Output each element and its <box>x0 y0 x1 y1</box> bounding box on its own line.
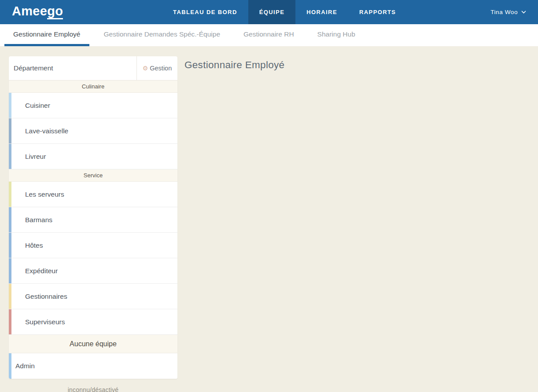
department-row-admin[interactable]: Admin <box>9 353 177 379</box>
department-color-strip <box>9 182 11 207</box>
department-row-label: Hôtes <box>25 242 43 249</box>
department-color-strip <box>9 284 11 309</box>
department-color-strip <box>9 118 11 143</box>
department-row-cuisiner[interactable]: Cuisiner <box>9 93 177 118</box>
tab-gestionnaire-rh[interactable]: Gestionnaire RH <box>235 24 303 46</box>
department-color-strip <box>9 353 11 379</box>
nav-item-equipe[interactable]: ÉQUIPE <box>248 0 296 24</box>
page-title: Gestionnaire Employé <box>184 59 284 71</box>
gear-icon: ⚙ <box>143 65 148 72</box>
department-row-lave-vaisselle[interactable]: Lave-vaisselle <box>9 118 177 144</box>
tab-bar: Gestionnaire EmployéGestionnaire Demande… <box>0 24 538 46</box>
nav-item-horaire[interactable]: HORAIRE <box>295 0 348 24</box>
department-row-label: Gestionnaires <box>25 293 67 300</box>
group-header-culinaire: Culinaire <box>9 81 177 93</box>
department-row-label: Livreur <box>25 153 46 161</box>
tab-gestionnaire-employe[interactable]: Gestionnaire Employé <box>4 24 89 46</box>
department-color-strip <box>9 258 11 283</box>
department-row-label: Admin <box>15 362 35 370</box>
department-row-superviseurs[interactable]: Superviseurs <box>9 309 177 335</box>
gestion-button[interactable]: ⚙Gestion <box>137 56 177 80</box>
department-groups: CulinaireCuisinerLave-vaisselleLivreurSe… <box>9 81 177 379</box>
logo-underlined-text: go <box>47 4 63 19</box>
department-row-gestionnaires[interactable]: Gestionnaires <box>9 284 177 309</box>
department-row-livreur[interactable]: Livreur <box>9 144 177 169</box>
content-area: Gestionnaire Employé Département ⚙Gestio… <box>0 46 538 392</box>
ameego-logo[interactable]: Ameego <box>12 4 63 18</box>
department-card: Département ⚙Gestion CulinaireCuisinerLa… <box>9 56 177 379</box>
department-color-strip <box>9 309 11 334</box>
department-header-label: Département <box>9 56 137 80</box>
department-color-strip <box>9 233 11 258</box>
department-row-label: Superviseurs <box>25 318 65 326</box>
top-navbar: Ameego TABLEAU DE BORDÉQUIPEHORAIRERAPPO… <box>0 0 538 24</box>
department-row-label: Les serveurs <box>25 191 64 198</box>
department-panel: Département ⚙Gestion CulinaireCuisinerLa… <box>9 56 177 392</box>
nav-item-tableau-de-bord[interactable]: TABLEAU DE BORD <box>162 0 248 24</box>
department-color-strip <box>9 93 11 118</box>
logo-text: Amee <box>12 4 47 18</box>
chevron-down-icon <box>521 11 526 14</box>
main-nav: TABLEAU DE BORDÉQUIPEHORAIRERAPPORTS <box>162 0 407 24</box>
department-card-header: Département ⚙Gestion <box>9 56 177 81</box>
department-color-strip <box>9 207 11 232</box>
group-header-aucune-equipe: Aucune équipe <box>9 335 177 353</box>
department-row-label: Expéditeur <box>25 267 58 275</box>
department-row-label: Barmans <box>25 216 52 224</box>
group-header-service: Service <box>9 169 177 182</box>
department-row-label: Lave-vaisselle <box>25 127 68 135</box>
department-row-les-serveurs[interactable]: Les serveurs <box>9 182 177 207</box>
unknown-disabled-link[interactable]: inconnu/désactivé <box>9 386 177 392</box>
department-row-hotes[interactable]: Hôtes <box>9 233 177 258</box>
gestion-button-label: Gestion <box>150 65 172 72</box>
tab-sharing-hub[interactable]: Sharing Hub <box>309 24 364 46</box>
department-row-barmans[interactable]: Barmans <box>9 207 177 233</box>
department-row-expediteur[interactable]: Expéditeur <box>9 258 177 284</box>
user-name: Tina Woo <box>490 9 518 15</box>
tab-gestionnaire-demandes-spec-equipe[interactable]: Gestionnaire Demandes Spéc.-Équipe <box>95 24 229 46</box>
department-row-label: Cuisiner <box>25 102 50 110</box>
department-color-strip <box>9 144 11 169</box>
user-menu[interactable]: Tina Woo <box>490 0 526 24</box>
nav-item-rapports[interactable]: RAPPORTS <box>348 0 407 24</box>
